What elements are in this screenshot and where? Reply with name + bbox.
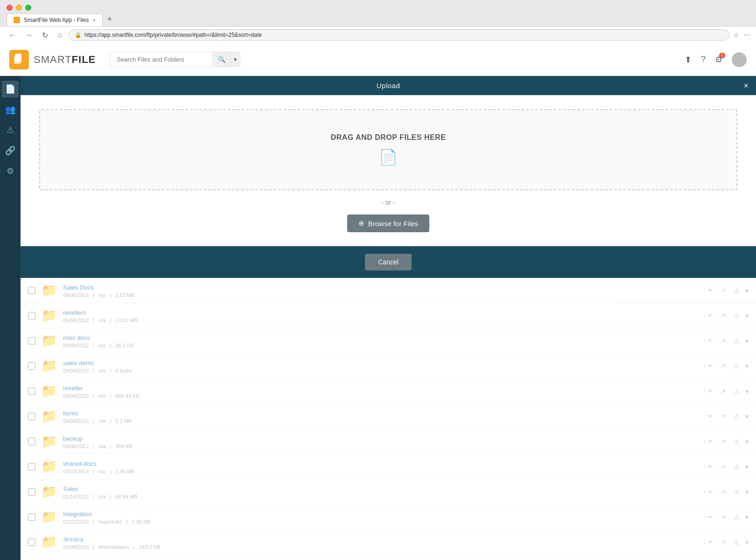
row-alert-button[interactable]: ⚠ (732, 311, 742, 320)
help-icon[interactable]: ? (701, 55, 706, 64)
search-input[interactable] (110, 52, 213, 67)
file-checkbox[interactable] (28, 513, 35, 521)
sidebar-item-links[interactable]: 🔗 (2, 142, 19, 159)
row-alert-button[interactable]: ⚠ (732, 286, 742, 295)
user-avatar[interactable] (732, 52, 747, 67)
row-dropdown-button[interactable]: ▾ (745, 539, 749, 546)
file-name-link[interactable]: backup (63, 435, 83, 442)
row-dropdown-button[interactable]: ▾ (745, 438, 749, 445)
share-icon[interactable]: ↑ (703, 362, 707, 369)
row-move-button[interactable]: ↗ (719, 512, 728, 522)
export-icon[interactable]: ⬆ (685, 55, 692, 65)
row-dropdown-button[interactable]: ▾ (745, 337, 749, 345)
edit-icon[interactable]: ✏ (708, 387, 713, 394)
file-checkbox[interactable] (28, 488, 35, 496)
row-dropdown-button[interactable]: ▾ (745, 362, 749, 370)
row-alert-button[interactable]: ⚠ (732, 412, 742, 421)
search-button[interactable]: 🔍 (213, 52, 231, 67)
row-move-button[interactable]: ↗ (719, 311, 728, 320)
sidebar-item-alerts[interactable]: ⚠ (2, 122, 19, 138)
share-icon[interactable]: ↑ (703, 463, 707, 470)
back-button[interactable]: ← (6, 30, 19, 40)
row-dropdown-button[interactable]: ▾ (745, 312, 749, 319)
edit-icon[interactable]: ✏ (708, 488, 713, 495)
edit-icon[interactable]: ✏ (708, 463, 713, 470)
file-name-link[interactable]: Sales Docs (63, 284, 94, 291)
share-icon[interactable]: ↑ (703, 387, 707, 394)
row-alert-button[interactable]: ⚠ (732, 538, 742, 547)
row-move-button[interactable]: ↗ (719, 538, 728, 547)
maximize-window-button[interactable] (25, 5, 31, 11)
row-move-button[interactable]: ↗ (719, 361, 728, 371)
edit-icon[interactable]: ✏ (708, 539, 713, 546)
minimize-window-button[interactable] (16, 5, 22, 11)
row-dropdown-button[interactable]: ▾ (745, 488, 749, 496)
row-dropdown-button[interactable]: ▾ (745, 413, 749, 420)
file-name-link[interactable]: sales demo (63, 360, 94, 366)
file-checkbox[interactable] (28, 413, 35, 420)
drop-zone[interactable]: DRAG AND DROP FILES HERE 📄 (39, 109, 737, 190)
sidebar-item-users[interactable]: 👥 (2, 101, 19, 118)
sidebar-item-settings[interactable]: ⚙ (2, 163, 19, 180)
file-checkbox[interactable] (28, 362, 35, 370)
row-dropdown-button[interactable]: ▾ (745, 463, 749, 470)
row-move-button[interactable]: ↗ (719, 387, 728, 396)
row-dropdown-button[interactable]: ▾ (745, 387, 749, 395)
row-alert-button[interactable]: ⚠ (732, 387, 742, 396)
tab-close-button[interactable]: × (92, 17, 95, 23)
row-move-button[interactable]: ↗ (719, 487, 728, 497)
row-alert-button[interactable]: ⚠ (732, 462, 742, 471)
share-icon[interactable]: ↑ (703, 287, 707, 294)
edit-icon[interactable]: ✏ (708, 337, 713, 344)
row-alert-button[interactable]: ⚠ (732, 361, 742, 371)
row-move-button[interactable]: ↗ (719, 462, 728, 471)
share-icon[interactable]: ↑ (703, 513, 707, 520)
edit-icon[interactable]: ✏ (708, 312, 713, 319)
row-alert-button[interactable]: ⚠ (732, 437, 742, 446)
row-dropdown-button[interactable]: ▾ (745, 513, 749, 521)
url-bar[interactable]: 🔒 https://app.smartfile.com/ftp/private/… (69, 29, 729, 41)
row-alert-button[interactable]: ⚠ (732, 336, 742, 346)
sidebar-item-files[interactable]: 📄 (2, 81, 19, 97)
file-name-link[interactable]: reseller (63, 385, 83, 392)
share-icon[interactable]: ↑ (703, 438, 707, 445)
file-name-link[interactable]: shared-docs (63, 460, 97, 467)
share-icon[interactable]: ↑ (703, 337, 707, 344)
file-checkbox[interactable] (28, 539, 35, 546)
file-checkbox[interactable] (28, 387, 35, 395)
file-checkbox[interactable] (28, 337, 35, 345)
cancel-button[interactable]: Cancel (365, 254, 412, 270)
row-alert-button[interactable]: ⚠ (732, 487, 742, 497)
forward-button[interactable]: → (22, 30, 35, 40)
edit-icon[interactable]: ✏ (708, 362, 713, 369)
share-icon[interactable]: ↑ (703, 539, 707, 546)
active-tab[interactable]: SmartFile Web App - Files × (7, 14, 103, 26)
row-move-button[interactable]: ↗ (719, 412, 728, 421)
row-dropdown-button[interactable]: ▾ (745, 287, 749, 294)
file-checkbox[interactable] (28, 463, 35, 470)
modal-close-button[interactable]: × (743, 81, 749, 90)
share-icon[interactable]: ↑ (703, 488, 707, 495)
file-checkbox[interactable] (28, 438, 35, 445)
close-window-button[interactable] (7, 5, 13, 11)
browse-for-files-button[interactable]: ⊕ Browse for Files (347, 214, 430, 232)
search-dropdown-button[interactable]: ▾ (231, 52, 240, 67)
bookmark-icon[interactable]: ☆ (733, 31, 739, 39)
extensions-icon[interactable]: ⋯ (744, 31, 750, 39)
row-move-button[interactable]: ↗ (719, 437, 728, 446)
share-icon[interactable]: ↑ (703, 413, 707, 420)
edit-icon[interactable]: ✏ (708, 413, 713, 420)
new-tab-button[interactable]: + (105, 14, 115, 26)
row-alert-button[interactable]: ⚠ (732, 512, 742, 522)
row-move-button[interactable]: ↗ (719, 286, 728, 295)
file-name-link[interactable]: Integration (63, 511, 91, 518)
edit-icon[interactable]: ✏ (708, 287, 713, 294)
home-button[interactable]: ⌂ (55, 30, 65, 40)
edit-icon[interactable]: ✏ (708, 438, 713, 445)
row-move-button[interactable]: ↗ (719, 336, 728, 346)
file-name-link[interactable]: forms (63, 410, 78, 417)
share-icon[interactable]: ↑ (703, 312, 707, 319)
edit-icon[interactable]: ✏ (708, 513, 713, 520)
file-name-link[interactable]: Sales (63, 485, 78, 492)
file-checkbox[interactable] (28, 287, 35, 294)
